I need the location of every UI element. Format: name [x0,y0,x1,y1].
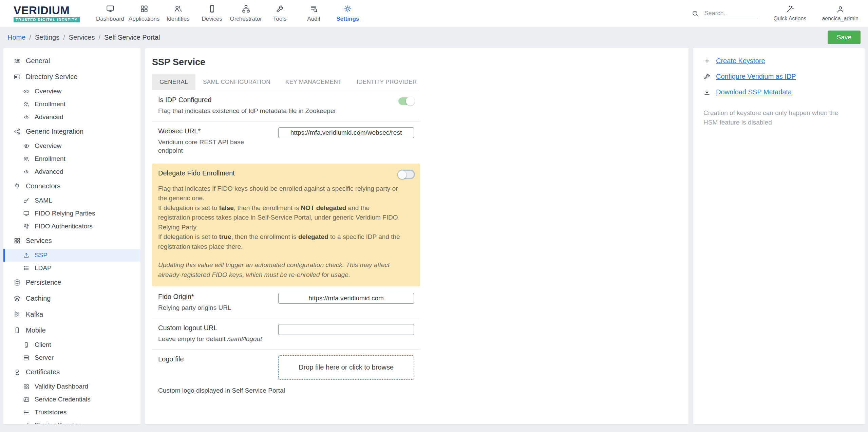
grid-icon [23,383,30,390]
logo-file-text: Logo file [158,355,184,366]
sidebar-item-persistence[interactable]: Persistence [3,275,140,290]
sidebar-item-directory-overview[interactable]: Overview [3,85,140,98]
nav-dashboard[interactable]: Dashboard [93,0,127,27]
configure-veridium-idp-label[interactable]: Configure Veridium as IDP [716,73,796,80]
create-keystore-link[interactable]: Create Keystore [703,57,854,65]
monitor-icon [106,4,115,13]
configure-veridium-idp-link[interactable]: Configure Veridium as IDP [703,73,854,80]
websec-url-label: Websec URL* [158,127,270,135]
breadcrumb-settings[interactable]: Settings [35,34,59,41]
nav-identities[interactable]: Identities [161,0,195,27]
sidebar-item-saml[interactable]: SAML [3,194,140,207]
nav-applications[interactable]: Applications [127,0,161,27]
sidebar-item-certificates[interactable]: Certificates [3,364,140,380]
breadcrumb-bar: Home / Settings / Services / Self Servic… [0,27,868,47]
tab-general[interactable]: GENERAL [152,74,195,90]
brand-name: VERIDIUM [14,5,80,16]
sidebar-item-generic-enrollment[interactable]: Enrollment [3,152,140,165]
tab-key-management[interactable]: KEY MANAGEMENT [278,74,349,90]
share-icon [14,128,21,135]
plus-icon [703,57,711,64]
sidebar-item-kafka[interactable]: Kafka [3,306,140,322]
sidebar-item-directory-enrollment[interactable]: Enrollment [3,98,140,111]
fido-origin-input[interactable] [278,293,414,304]
sidebar-item-label: Validity Dashboard [35,383,88,390]
veridium-logo[interactable]: VERIDIUM TRUSTED DIGITAL IDENTITY [14,5,80,22]
sidebar-item-label: Truststores [35,409,67,416]
sidebar-item-label: Advanced [35,168,63,175]
sidebar-item-general[interactable]: General [3,53,140,69]
tab-saml-configuration[interactable]: SAML CONFIGURATION [195,74,278,90]
custom-logout-input[interactable] [278,324,414,335]
websec-url-input[interactable] [278,127,414,138]
download-ssp-metadata-label[interactable]: Download SSP Metadata [716,88,792,96]
create-keystore-label[interactable]: Create Keystore [716,57,765,65]
ssp-service-panel: SSP Service GENERAL SAML CONFIGURATION K… [145,48,688,424]
sidebar-item-directory-advanced[interactable]: Advanced [3,111,140,124]
sidebar-item-caching[interactable]: Caching [3,290,140,306]
tab-identity-provider[interactable]: IDENTITY PROVIDER [349,74,424,90]
sidebar-item-generic-advanced[interactable]: Advanced [3,165,140,178]
sidebar-item-fido-relying-parties[interactable]: FIDO Relying Parties [3,207,140,220]
sidebar-item-generic-overview[interactable]: Overview [3,139,140,152]
people-icon [23,101,30,108]
sidebar-item-label: Kafka [26,311,43,318]
quick-actions-button[interactable]: Quick Actions [773,5,806,22]
sidebar-item-connectors[interactable]: Connectors [3,178,140,194]
nav-label: Applications [129,16,160,22]
toggle-knob [406,97,415,106]
nav-tools[interactable]: Tools [263,0,297,27]
sidebar-item-server[interactable]: Server [3,351,140,364]
flow-icon [242,4,250,13]
sidebar-item-mobile[interactable]: Mobile [3,322,140,338]
idp-configured-toggle[interactable] [398,97,414,105]
sidebar-item-ldap[interactable]: LDAP [3,262,140,275]
nav-orchestrator[interactable]: Orchestrator [229,0,263,27]
sidebar-item-fido-authenticators[interactable]: FIDO Authenticators [3,220,140,233]
sidebar-item-signing-keystore[interactable]: Signing Keystore [3,419,140,424]
breadcrumb-services[interactable]: Services [69,34,95,41]
sidebar-item-label: Mobile [26,326,46,334]
sidebar-item-services[interactable]: Services [3,233,140,249]
download-ssp-metadata-link[interactable]: Download SSP Metadata [703,88,854,96]
wand-icon [786,5,794,14]
id-card-icon [23,396,30,403]
server-icon [23,355,30,361]
plug-icon [14,183,21,190]
save-button[interactable]: Save [828,31,861,44]
sidebar-item-label: SAML [35,197,52,204]
sidebar-item-service-credentials[interactable]: Service Credentials [3,393,140,406]
delegate-fido-p2: If delegation is set to false, then the … [158,204,398,231]
nav-label: Tools [273,16,287,22]
nav-audit[interactable]: Audit [297,0,331,27]
nav-devices[interactable]: Devices [195,0,229,27]
sidebar-item-validity-dashboard[interactable]: Validity Dashboard [3,380,140,393]
sidebar-item-ssp[interactable]: SSP [3,249,140,262]
logo-dropzone[interactable]: Drop file here or click to browse [278,355,414,380]
main-nav: Dashboard Applications Identities Device… [93,0,365,27]
sidebar-item-truststores[interactable]: Truststores [3,406,140,419]
custom-logout-text: Custom logout URL Leave empty for defaul… [158,324,262,343]
nav-settings[interactable]: Settings [331,0,365,27]
breadcrumb: Home / Settings / Services / Self Servic… [7,34,160,41]
breadcrumb-home[interactable]: Home [7,34,25,41]
wrench-icon [276,4,284,13]
certificate-icon [14,369,21,376]
search-input[interactable] [703,8,758,19]
sidebar-item-label: Client [35,341,51,349]
sidebar-item-label: Overview [35,88,61,95]
search-icon[interactable] [691,10,699,18]
sidebar-item-directory-service[interactable]: Directory Service [3,69,140,85]
form-row-fido-origin: Fido Origin* Relying party origins URL [152,287,420,318]
delegate-fido-label: Delegate Fido Enrollment [158,169,235,177]
sidebar-item-generic-integration[interactable]: Generic Integration [3,124,140,139]
delegate-fido-p3: If delegation is set to true, then the e… [158,233,400,250]
delegate-fido-toggle[interactable] [398,171,414,178]
user-menu[interactable]: aencica_admin [822,5,858,22]
sidebar-item-client[interactable]: Client [3,338,140,351]
sidebar-item-label: Certificates [26,368,60,376]
database-icon [14,279,21,286]
breadcrumb-separator: / [98,34,100,41]
keystore-hsm-note: Creation of keystore can only happen whe… [703,108,853,127]
sidebar-item-label: Enrollment [35,100,65,108]
